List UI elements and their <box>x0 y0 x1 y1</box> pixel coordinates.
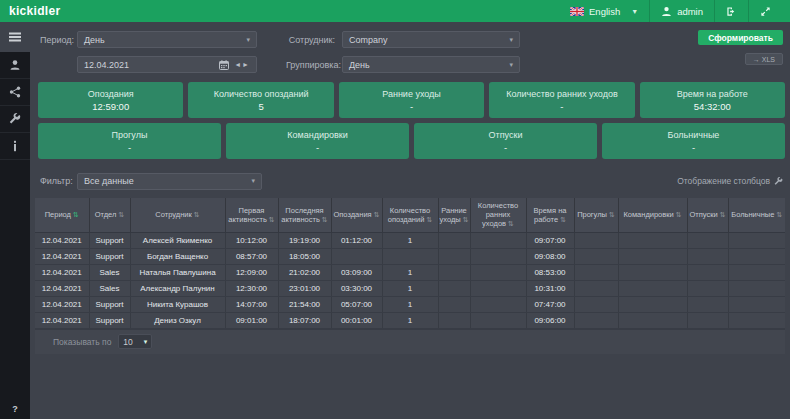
chevron-down-icon: ▾ <box>144 338 148 346</box>
table-row[interactable]: 12.04.2021SupportАлексей Якименко10:12:0… <box>35 232 785 248</box>
table-cell: Support <box>89 248 130 264</box>
stat-card-vacations[interactable]: Отпуски- <box>414 123 597 159</box>
export-xls-button[interactable]: → XLS <box>745 53 783 65</box>
table-cell <box>438 296 470 312</box>
table-cell <box>618 248 687 264</box>
table-cell <box>687 280 728 296</box>
grouping-select[interactable]: День ▾ <box>342 56 520 73</box>
stat-card-business-trips[interactable]: Командировки- <box>226 123 409 159</box>
fullscreen-button[interactable] <box>749 0 782 22</box>
table-cell <box>574 312 618 328</box>
column-header[interactable]: Прогулы⇅ <box>574 198 618 232</box>
table-cell: Наталья Павлушина <box>130 264 225 280</box>
column-header[interactable]: Командировки⇅ <box>618 198 687 232</box>
column-header[interactable]: Отдел⇅ <box>89 198 130 232</box>
column-header[interactable]: Отпуски⇅ <box>687 198 728 232</box>
table-cell <box>470 232 526 248</box>
stat-card-lateness[interactable]: Опоздания12:59:00 <box>38 82 183 118</box>
table-cell <box>687 312 728 328</box>
sort-icon: ⇅ <box>374 211 380 218</box>
help-button[interactable]: ? <box>0 404 30 414</box>
table-cell <box>574 296 618 312</box>
date-prev-next-arrows[interactable]: ◄► <box>234 61 250 68</box>
user-icon <box>661 6 672 17</box>
table-cell: 12.04.2021 <box>35 280 89 296</box>
table-cell: 10:31:00 <box>526 280 574 296</box>
table-cell <box>382 248 438 264</box>
table-row[interactable]: 12.04.2021SalesНаталья Павлушина12:09:00… <box>35 264 785 280</box>
generate-report-button[interactable]: Сформировать <box>698 30 783 45</box>
table-cell <box>728 264 785 280</box>
table-cell: 12.04.2021 <box>35 248 89 264</box>
data-filter-select[interactable]: Все данные ▾ <box>77 173 262 190</box>
column-header[interactable]: Количество ранних уходов⇅ <box>470 198 526 232</box>
table-cell: 09:08:00 <box>526 248 574 264</box>
stat-card-sick-leaves[interactable]: Больничные- <box>602 123 785 159</box>
table-cell: 01:12:00 <box>331 232 382 248</box>
logout-button[interactable] <box>715 0 748 22</box>
per-page-select[interactable]: 10 ▾ <box>118 334 152 349</box>
calendar-icon[interactable] <box>219 60 229 70</box>
sort-icon: ⇅ <box>720 211 726 218</box>
column-header[interactable]: Ранние уходы⇅ <box>438 198 470 232</box>
stat-card-time-at-work[interactable]: Время на работе54:32:00 <box>640 82 785 118</box>
stat-card-absences[interactable]: Прогулы- <box>38 123 221 159</box>
table-cell: 09:06:00 <box>526 312 574 328</box>
column-header[interactable]: Количество опозданий⇅ <box>382 198 438 232</box>
table-cell: Support <box>89 312 130 328</box>
date-input[interactable]: 12.04.2021 ◄► <box>77 56 257 73</box>
table-row[interactable]: 12.04.2021SupportБогдан Ващенко08:57:001… <box>35 248 785 264</box>
kickidler-logo: kickidler <box>9 4 60 18</box>
column-header[interactable]: Первая активность⇅ <box>225 198 278 232</box>
table-cell: Sales <box>89 264 130 280</box>
table-cell: 12.04.2021 <box>35 264 89 280</box>
table-cell: Никита Курашов <box>130 296 225 312</box>
filter-label: Фильтр: <box>40 176 77 186</box>
table-cell <box>331 248 382 264</box>
sidebar-item-connections[interactable] <box>0 79 30 106</box>
columns-display-button[interactable]: Отображение столбцов <box>677 176 783 186</box>
table-row[interactable]: 12.04.2021SupportНикита Курашов14:07:002… <box>35 296 785 312</box>
table-row[interactable]: 12.04.2021SupportДениз Озкул09:01:0018:0… <box>35 312 785 328</box>
column-header[interactable]: Опоздания⇅ <box>331 198 382 232</box>
column-header[interactable]: Время на работе⇅ <box>526 198 574 232</box>
table-cell: 08:57:00 <box>225 248 278 264</box>
table-cell: 1 <box>382 264 438 280</box>
stat-card-early-leaves-count[interactable]: Количество ранних уходов- <box>489 82 634 118</box>
table-row[interactable]: 12.04.2021SalesАлександр Палунин12:30:00… <box>35 280 785 296</box>
table-cell <box>438 312 470 328</box>
table-cell: 07:47:00 <box>526 296 574 312</box>
stat-card-early-leaves[interactable]: Ранние уходы- <box>339 82 484 118</box>
sort-icon: ⇅ <box>118 211 124 218</box>
table-cell: Sales <box>89 280 130 296</box>
column-header[interactable]: Больничные⇅ <box>728 198 785 232</box>
stat-card-lateness-count[interactable]: Количество опозданий5 <box>188 82 333 118</box>
table-cell <box>438 280 470 296</box>
stats-row-2: Прогулы- Командировки- Отпуски- Больничн… <box>38 123 785 159</box>
sidebar-item-employees[interactable] <box>0 52 30 79</box>
period-select[interactable]: День ▾ <box>77 31 257 48</box>
table-cell <box>438 232 470 248</box>
column-header[interactable]: Последняя активность⇅ <box>278 198 331 232</box>
sidebar-item-info[interactable] <box>0 133 30 160</box>
table-cell <box>470 248 526 264</box>
sidebar-item-settings[interactable] <box>0 106 30 133</box>
table-cell <box>728 296 785 312</box>
sort-icon: ⇅ <box>609 211 615 218</box>
sidebar-item-menu[interactable] <box>0 22 30 52</box>
table-cell <box>438 264 470 280</box>
chevron-down-icon: ▼ <box>631 8 638 15</box>
employee-select[interactable]: Company ▾ <box>342 31 520 48</box>
sort-icon: ⇅ <box>463 216 469 223</box>
user-menu[interactable]: admin <box>650 0 714 22</box>
share-nodes-icon <box>9 86 21 98</box>
sort-icon: ⇅ <box>194 211 200 218</box>
report-filter-panel: Период: День ▾ 12.04.2021 <box>30 22 790 73</box>
table-cell: 03:30:00 <box>331 280 382 296</box>
table-cell <box>618 232 687 248</box>
column-header[interactable]: Сотрудник⇅ <box>130 198 225 232</box>
chevron-down-icon: ▾ <box>251 177 255 185</box>
table-cell <box>470 264 526 280</box>
column-header[interactable]: Период⇅ <box>35 198 89 232</box>
language-selector[interactable]: English ▼ <box>559 0 649 22</box>
